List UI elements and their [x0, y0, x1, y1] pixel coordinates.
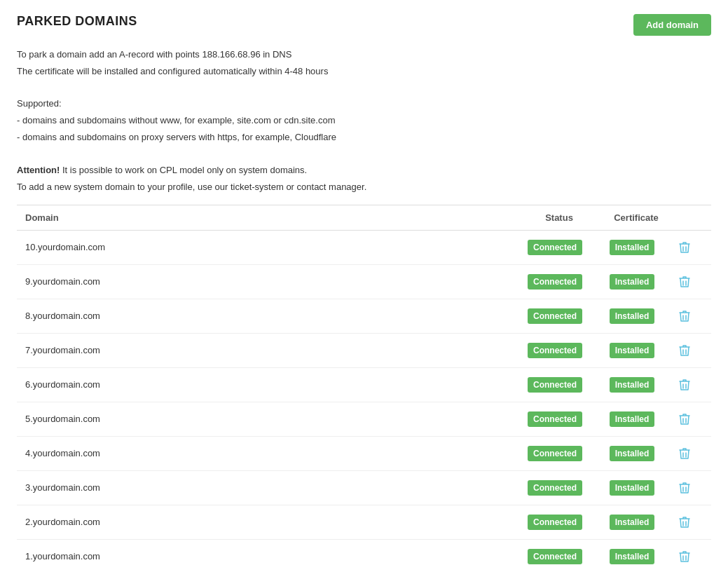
table-body: 10.yourdomain.com Connected Installed 9.… [17, 231, 711, 565]
delete-button[interactable] [675, 375, 694, 395]
status-cell: Connected [521, 482, 598, 493]
supported-header: Supported: [17, 96, 711, 111]
table-row: 4.yourdomain.com Connected Installed [17, 437, 711, 471]
certificate-badge: Installed [610, 411, 655, 427]
trash-icon [679, 413, 690, 426]
certificate-badge: Installed [610, 240, 655, 255]
delete-button[interactable] [675, 547, 694, 565]
status-cell: Connected [521, 551, 598, 561]
table-row: 3.yourdomain.com Connected Installed [17, 471, 711, 505]
domain-name: 7.yourdomain.com [25, 345, 521, 355]
certificate-cell: Installed [598, 276, 675, 287]
attention-line2: To add a new system domain to your profi… [17, 179, 711, 195]
certificate-cell: Installed [598, 517, 675, 527]
certificate-cell: Installed [598, 482, 675, 493]
supported-line1: - domains and subdomains without www, fo… [17, 113, 711, 128]
supported-line2: - domains and subdomains on proxy server… [17, 130, 711, 145]
table-row: 6.yourdomain.com Connected Installed [17, 368, 711, 402]
header-status: Status [521, 212, 598, 223]
domain-name: 1.yourdomain.com [25, 551, 521, 561]
domain-name: 9.yourdomain.com [25, 276, 521, 287]
header-certificate: Certificate [598, 212, 675, 223]
domain-name: 4.yourdomain.com [25, 448, 521, 458]
certificate-cell: Installed [598, 345, 675, 355]
domain-name: 10.yourdomain.com [25, 242, 521, 252]
action-cell [675, 478, 703, 498]
status-cell: Connected [521, 448, 598, 458]
info-line2: The certificate will be installed and co… [17, 64, 711, 79]
table-row: 10.yourdomain.com Connected Installed [17, 231, 711, 265]
certificate-cell: Installed [598, 414, 675, 424]
delete-button[interactable] [675, 409, 694, 429]
trash-icon [679, 241, 690, 254]
certificate-badge: Installed [610, 549, 655, 564]
status-cell: Connected [521, 345, 598, 355]
add-domain-button[interactable]: Add domain [633, 14, 711, 36]
domains-table: Domain Status Certificate 10.yourdomain.… [17, 205, 711, 565]
table-header: Domain Status Certificate [17, 205, 711, 231]
trash-icon [679, 550, 690, 563]
status-cell: Connected [521, 379, 598, 390]
domain-name: 3.yourdomain.com [25, 482, 521, 493]
delete-button[interactable] [675, 238, 694, 257]
table-row: 5.yourdomain.com Connected Installed [17, 402, 711, 437]
trash-icon [679, 344, 690, 357]
action-cell [675, 444, 703, 463]
delete-button[interactable] [675, 478, 694, 498]
status-badge: Connected [528, 446, 582, 461]
action-cell [675, 238, 703, 257]
certificate-cell: Installed [598, 311, 675, 321]
info-line1: To park a domain add an A-record with po… [17, 47, 711, 62]
action-cell [675, 341, 703, 360]
header-domain: Domain [25, 212, 521, 223]
certificate-badge: Installed [610, 377, 655, 393]
status-badge: Connected [528, 240, 582, 255]
status-badge: Connected [528, 515, 582, 530]
status-cell: Connected [521, 242, 598, 252]
status-cell: Connected [521, 517, 598, 527]
status-badge: Connected [528, 274, 582, 290]
status-badge: Connected [528, 480, 582, 496]
status-cell: Connected [521, 311, 598, 321]
status-badge: Connected [528, 343, 582, 358]
action-cell [675, 512, 703, 532]
attention-text: It is possible to work on CPL model only… [60, 165, 307, 175]
delete-button[interactable] [675, 272, 694, 292]
domain-name: 5.yourdomain.com [25, 414, 521, 424]
trash-icon [679, 379, 690, 391]
page-header: PARKED DOMAINS Add domain [17, 14, 711, 36]
delete-button[interactable] [675, 306, 694, 326]
certificate-badge: Installed [610, 308, 655, 324]
status-badge: Connected [528, 549, 582, 564]
domain-name: 6.yourdomain.com [25, 379, 521, 390]
certificate-badge: Installed [610, 446, 655, 461]
certificate-badge: Installed [610, 343, 655, 358]
table-row: 9.yourdomain.com Connected Installed [17, 265, 711, 299]
delete-button[interactable] [675, 341, 694, 360]
status-badge: Connected [528, 411, 582, 427]
delete-button[interactable] [675, 512, 694, 532]
status-cell: Connected [521, 414, 598, 424]
action-cell [675, 375, 703, 395]
certificate-badge: Installed [610, 480, 655, 496]
info-section: To park a domain add an A-record with po… [17, 47, 711, 195]
certificate-cell: Installed [598, 551, 675, 561]
certificate-cell: Installed [598, 379, 675, 390]
table-row: 1.yourdomain.com Connected Installed [17, 540, 711, 565]
attention-line1: Attention! It is possible to work on CPL… [17, 163, 711, 178]
trash-icon [679, 447, 690, 460]
action-cell [675, 409, 703, 429]
certificate-badge: Installed [610, 274, 655, 290]
status-badge: Connected [528, 377, 582, 393]
table-row: 8.yourdomain.com Connected Installed [17, 299, 711, 334]
trash-icon [679, 310, 690, 322]
certificate-cell: Installed [598, 242, 675, 252]
action-cell [675, 272, 703, 292]
domain-name: 8.yourdomain.com [25, 311, 521, 321]
table-row: 7.yourdomain.com Connected Installed [17, 334, 711, 368]
trash-icon [679, 516, 690, 529]
certificate-badge: Installed [610, 515, 655, 530]
status-cell: Connected [521, 276, 598, 287]
delete-button[interactable] [675, 444, 694, 463]
status-badge: Connected [528, 308, 582, 324]
